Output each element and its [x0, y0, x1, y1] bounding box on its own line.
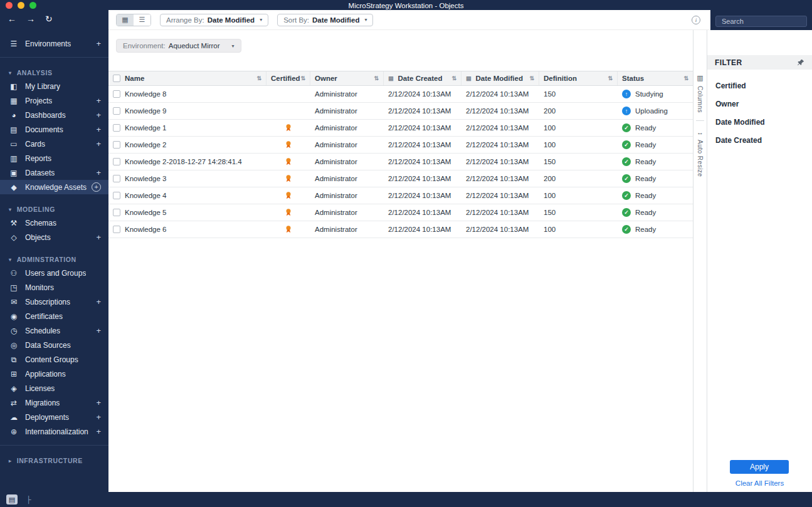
info-icon[interactable]: i — [692, 16, 700, 24]
add-icon[interactable]: + — [96, 327, 101, 335]
forward-icon[interactable]: → — [26, 14, 35, 24]
sidebar-item-datasets[interactable]: ▣ Datasets + — [0, 165, 108, 180]
sidebar-item-reports[interactable]: ▥ Reports + — [0, 151, 108, 165]
pin-icon[interactable] — [797, 59, 804, 66]
add-icon[interactable]: + — [96, 125, 101, 133]
auto-resize-icon: ↔ — [697, 128, 704, 136]
row-checkbox[interactable] — [113, 209, 120, 216]
column-header-status[interactable]: Status ⇅ — [618, 71, 693, 85]
auto-resize-button[interactable]: ↔ Auto Resize — [697, 128, 704, 177]
sidebar-item-projects[interactable]: ▦ Projects + — [0, 93, 108, 108]
sidebar-item-icon: ▤ — [9, 125, 19, 134]
filter-item-certified[interactable]: Certified — [707, 76, 812, 95]
row-checkbox[interactable] — [113, 192, 120, 199]
filter-item-owner[interactable]: Owner — [707, 95, 812, 113]
environment-dropdown[interactable]: Environment: Aqueduct Mirror ▾ — [116, 39, 241, 53]
sidebar-item-subscriptions[interactable]: ✉ Subscriptions + — [0, 295, 108, 309]
sort-icon: ⇅ — [300, 75, 305, 81]
row-checkbox[interactable] — [113, 158, 120, 165]
add-icon[interactable]: + — [96, 399, 101, 407]
columns-button[interactable]: ▥ Columns — [697, 74, 704, 113]
sidebar-section-infrastructure[interactable]: ▸ INFRASTRUCTURE + — [0, 454, 108, 467]
column-header-date-created[interactable]: ▤ Date Created ⇅ — [384, 71, 461, 85]
apply-button[interactable]: Apply — [730, 460, 789, 474]
sidebar-item-knowledge-assets[interactable]: ◆ Knowledge Assets + — [0, 180, 108, 194]
add-icon[interactable]: + — [96, 140, 101, 148]
owner-value: Administrator — [315, 175, 357, 182]
arrange-by-dropdown[interactable]: Arrange By: Date Modified ▾ — [160, 14, 268, 26]
arrange-by-label: Arrange By: — [166, 16, 204, 24]
row-checkbox[interactable] — [113, 107, 120, 115]
add-icon[interactable]: + — [96, 298, 101, 306]
sort-icon: ⇅ — [683, 75, 688, 81]
sidebar-item-documents[interactable]: ▤ Documents + — [0, 122, 108, 137]
filter-item-date-created[interactable]: Date Created — [707, 131, 812, 149]
definition-value: 200 — [544, 175, 556, 182]
row-checkbox[interactable] — [113, 175, 120, 182]
sort-by-dropdown[interactable]: Sort By: Date Modified ▾ — [277, 14, 373, 26]
table-row[interactable]: Knowledge 9 Administrator 2/12/2024 10:1… — [108, 103, 693, 120]
sidebar-item-users-and-groups[interactable]: ⚇ Users and Groups + — [0, 266, 108, 280]
sidebar-divider[interactable]: + — [0, 445, 108, 446]
add-icon[interactable]: + — [96, 97, 101, 105]
table-row[interactable]: Knowledge 3 Administrator 2/12/2024 10:1… — [108, 170, 693, 187]
list-view-button[interactable]: ☰ — [134, 14, 150, 26]
table-row[interactable]: Knowledge 6 Administrator 2/12/2024 10:1… — [108, 221, 693, 238]
sidebar-item-data-sources[interactable]: ◎ Data Sources + — [0, 338, 108, 352]
sidebar-item-migrations[interactable]: ⇄ Migrations + — [0, 395, 108, 410]
tree-view-button[interactable]: ├ — [23, 494, 34, 504]
sidebar-item-cards[interactable]: ▭ Cards + — [0, 137, 108, 151]
add-icon[interactable]: + — [96, 427, 101, 436]
add-icon[interactable]: + — [96, 233, 101, 241]
table-row[interactable]: Knowledge 2-2018-12-27 14:28:41.4 Admini… — [108, 154, 693, 170]
sidebar-item-internationalization[interactable]: ⊕ Internationalization + — [0, 424, 108, 439]
sidebar-item-my-library[interactable]: ◧ My Library + — [0, 79, 108, 93]
row-checkbox[interactable] — [113, 141, 120, 149]
column-header-certified[interactable]: Certified ⇅ — [266, 71, 310, 85]
add-icon[interactable]: + — [96, 39, 101, 48]
row-checkbox[interactable] — [113, 124, 120, 132]
sidebar-section-modeling[interactable]: ▾ MODELING + — [0, 203, 108, 216]
column-header-owner[interactable]: Owner ⇅ — [310, 71, 384, 85]
search-input[interactable] — [715, 16, 807, 27]
sidebar-section-analysis[interactable]: ▾ ANALYSIS + — [0, 66, 108, 79]
table-row[interactable]: Knowledge 2 Administrator 2/12/2024 10:1… — [108, 137, 693, 154]
column-header-definition[interactable]: Definition ⇅ — [539, 71, 618, 85]
refresh-icon[interactable]: ↻ — [45, 14, 53, 24]
filter-header: FILTER — [707, 55, 812, 70]
status-label: Ready — [635, 124, 656, 132]
sidebar-item-certificates[interactable]: ◉ Certificates + — [0, 309, 108, 323]
sidebar-divider[interactable]: + — [0, 57, 108, 58]
sidebar-item-deployments[interactable]: ☁ Deployments + — [0, 410, 108, 424]
sidebar-item-monitors[interactable]: ◳ Monitors + — [0, 280, 108, 295]
sidebar-item-schemas[interactable]: ⚒ Schemas + — [0, 216, 108, 230]
column-header-date-modified[interactable]: ▤ Date Modified ⇅ — [461, 71, 539, 85]
sidebar-item-applications[interactable]: ⊞ Applications + — [0, 367, 108, 381]
row-checkbox[interactable] — [113, 226, 120, 233]
add-icon[interactable]: + — [96, 413, 101, 421]
table-row[interactable]: Knowledge 4 Administrator 2/12/2024 10:1… — [108, 187, 693, 204]
table-row[interactable]: Knowledge 8 Administrator 2/12/2024 10:1… — [108, 86, 693, 103]
sidebar-item-schedules[interactable]: ◷ Schedules + — [0, 323, 108, 338]
back-icon[interactable]: ← — [8, 14, 16, 24]
clear-all-filters-link[interactable]: Clear All Filters — [707, 479, 812, 487]
table-row[interactable]: Knowledge 1 Administrator 2/12/2024 10:1… — [108, 120, 693, 137]
select-all-checkbox[interactable] — [113, 75, 120, 82]
sidebar-item-dashboards[interactable]: ◕ Dashboards + — [0, 108, 108, 122]
grid-view-button[interactable]: ▦ — [117, 14, 134, 26]
view-toggle: ▦ ☰ — [116, 14, 151, 26]
title-bar: MicroStrategy Workstation - Objects ← → … — [0, 0, 812, 30]
column-header-name[interactable]: Name ⇅ — [108, 71, 266, 85]
sidebar-item-content-groups[interactable]: ⧉ Content Groups + — [0, 352, 108, 367]
row-checkbox[interactable] — [113, 90, 120, 98]
sidebar-section-administration[interactable]: ▾ ADMINSTRATION + — [0, 253, 108, 266]
add-icon[interactable]: + — [96, 169, 101, 177]
add-icon[interactable]: + — [92, 182, 101, 192]
sidebar-item-environments[interactable]: ☰ Environments + — [0, 36, 108, 51]
sidebar-item-objects[interactable]: ◇ Objects + — [0, 230, 108, 244]
sidebar-item-licenses[interactable]: ◈ Licenses + — [0, 381, 108, 395]
detail-view-button[interactable]: ▤ — [6, 494, 18, 504]
filter-item-date-modified[interactable]: Date Modified — [707, 113, 812, 131]
add-icon[interactable]: + — [96, 111, 101, 119]
table-row[interactable]: Knowledge 5 Administrator 2/12/2024 10:1… — [108, 204, 693, 221]
